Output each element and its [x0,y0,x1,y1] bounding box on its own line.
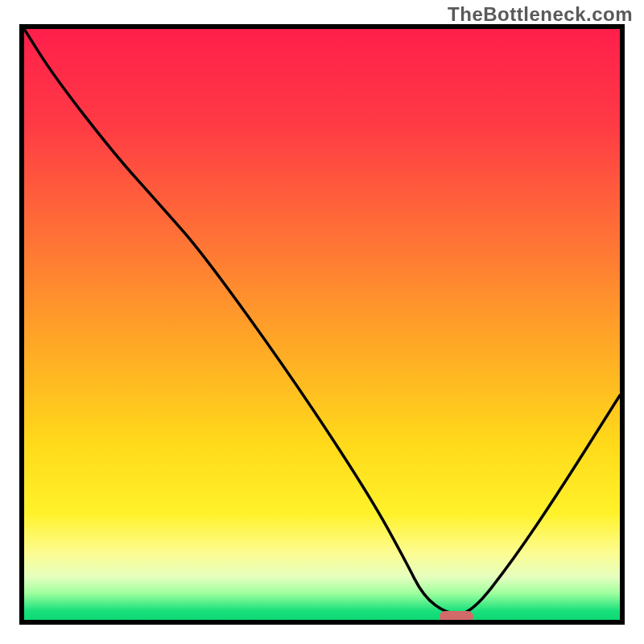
chart-container: TheBottleneck.com [0,0,644,644]
optimal-range-marker [440,611,473,622]
plot-frame [19,24,625,625]
watermark-text: TheBottleneck.com [448,3,633,26]
bottleneck-curve [24,29,620,620]
